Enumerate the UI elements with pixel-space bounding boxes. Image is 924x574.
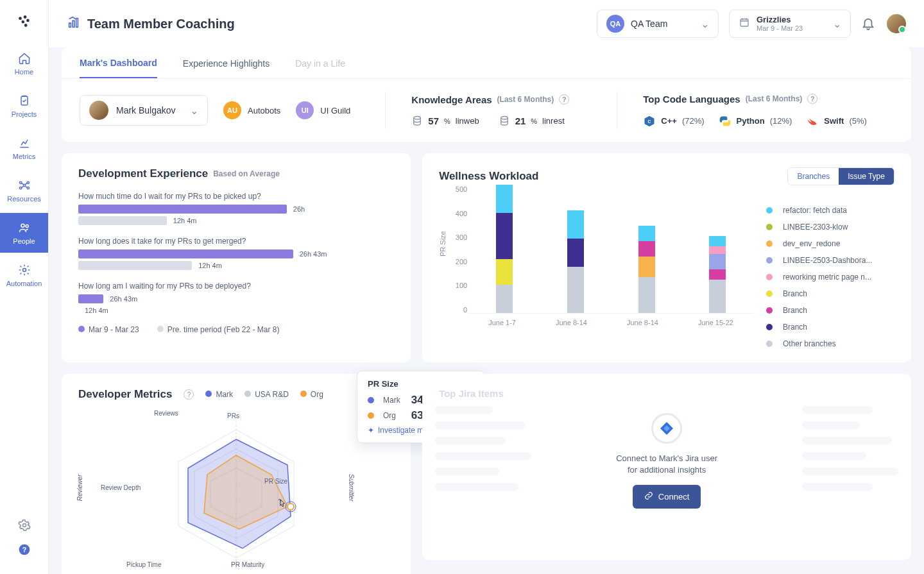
jira-icon: [651, 413, 682, 444]
app-logo: [15, 12, 34, 31]
tab-highlights[interactable]: Experience Highlights: [183, 58, 270, 78]
jira-card: Top Jira Items Connect to Mark's Jira us…: [422, 374, 911, 560]
cursor-icon: [277, 498, 287, 511]
nav-label: Home: [15, 68, 33, 76]
wellness-legend: refactor: fetch dataLINBEE-2303-klowdev_…: [766, 206, 894, 348]
nav-metrics[interactable]: Metrics: [0, 128, 48, 168]
page-title: Team Member Coaching: [87, 17, 235, 31]
gear-icon: [17, 263, 31, 277]
period-dates: Mar 9 - Mar 23: [757, 24, 803, 32]
radar-chart: Reviews PRs PR Size PR Maturity Pickup T…: [78, 407, 394, 574]
team-chip-autobots: AU: [223, 101, 241, 119]
help-icon[interactable]: ?: [184, 389, 194, 400]
svg-point-4: [24, 24, 27, 27]
period-label: Grizzlies: [757, 15, 803, 24]
devexp-subtitle: Based on Average: [213, 169, 280, 178]
svg-point-8: [27, 181, 29, 183]
jira-message: Connect to Mark's Jira user for addition…: [616, 453, 717, 476]
wellness-chart: PR Size 5004003002001000 June 1-7June 8-…: [439, 185, 753, 333]
connect-button[interactable]: Connect: [633, 485, 701, 509]
svg-point-1: [23, 15, 26, 19]
calendar-icon: [739, 17, 750, 31]
user-avatar[interactable]: [887, 14, 906, 33]
chevron-down-icon: ⌄: [833, 18, 841, 30]
team-badge: QA: [606, 15, 624, 33]
knowledge-item: 21% linrest: [499, 115, 565, 127]
person-name: Mark Bulgakov: [116, 105, 176, 115]
wellness-toggle[interactable]: Branches Issue Type: [787, 167, 894, 185]
svg-text:C: C: [648, 119, 651, 123]
svg-point-0: [19, 17, 22, 20]
jira-title: Top Jira Items: [439, 388, 504, 399]
settings-icon[interactable]: [18, 519, 31, 532]
help-icon[interactable]: ?: [807, 94, 817, 104]
topbar: Team Member Coaching QA QA Team ⌄ Grizzl…: [49, 0, 924, 47]
person-dropdown[interactable]: Mark Bulgakov ⌄: [80, 95, 208, 126]
svg-point-22: [501, 116, 508, 119]
chart-icon: [17, 136, 31, 150]
profile-card: Mark's Dashboard Experience Highlights D…: [62, 47, 911, 142]
sidebar: Home Projects Metrics Resources People A…: [0, 0, 49, 574]
wellness-title: Wellness Workload: [439, 170, 538, 183]
nav-automation[interactable]: Automation: [0, 255, 48, 295]
svg-point-9: [19, 187, 21, 189]
lightbulb-icon: ✦: [368, 426, 374, 435]
devexp-legend: Mar 9 - Mar 23 Pre. time period (Feb 22 …: [78, 325, 394, 334]
svg-point-11: [21, 224, 24, 227]
team-dropdown[interactable]: QA QA Team ⌄: [597, 10, 719, 38]
team-chip-label: Autobots: [248, 106, 280, 115]
svg-rect-17: [69, 23, 71, 27]
svg-point-10: [27, 187, 29, 189]
coaching-icon: [67, 15, 81, 32]
lang-cpp: C C++(72%): [643, 115, 704, 128]
nodes-icon: [17, 178, 31, 192]
team-chip-label: UI Guild: [320, 106, 350, 115]
nav-label: Resources: [7, 195, 41, 203]
y-axis-label: PR Size: [439, 231, 447, 257]
nav-people[interactable]: People: [0, 213, 48, 253]
tabs: Mark's Dashboard Experience Highlights D…: [62, 47, 911, 79]
svg-rect-20: [740, 19, 748, 26]
toggle-branches[interactable]: Branches: [788, 168, 839, 185]
knowledge-title: Knowledge Areas (Last 6 Months) ?: [411, 94, 591, 105]
chevron-down-icon: ⌄: [190, 105, 198, 117]
svg-point-31: [287, 503, 294, 510]
knowledge-item: 57% linweb: [411, 115, 479, 127]
help-icon[interactable]: ?: [559, 94, 569, 105]
svg-rect-19: [76, 19, 78, 28]
svg-point-2: [21, 21, 24, 24]
toggle-issue-type[interactable]: Issue Type: [839, 168, 894, 185]
lang-python: Python(12%): [719, 115, 792, 128]
team-chips: AU Autobots UI UI Guild: [223, 101, 359, 119]
team-label: QA Team: [631, 19, 667, 29]
svg-point-13: [22, 269, 26, 272]
nav-projects[interactable]: Projects: [0, 86, 48, 126]
person-avatar: [89, 101, 108, 120]
nav-label: People: [13, 237, 35, 245]
notifications-icon[interactable]: [861, 16, 877, 31]
nav-home[interactable]: Home: [0, 44, 48, 83]
house-icon: [17, 51, 31, 65]
link-icon: [644, 491, 653, 502]
people-icon: [17, 221, 31, 235]
svg-rect-18: [73, 21, 74, 27]
wellness-card: Wellness Workload Branches Issue Type PR…: [422, 153, 911, 362]
devexp-title: Development Experience: [78, 167, 208, 180]
primary-nav: Home Projects Metrics Resources People A…: [0, 44, 48, 519]
nav-resources[interactable]: Resources: [0, 171, 48, 210]
nav-label: Metrics: [13, 153, 35, 160]
help-icon[interactable]: ?: [18, 543, 31, 556]
team-chip-uiguild: UI: [296, 101, 314, 119]
languages-title: Top Code Languages (Last 6 Months) ?: [643, 94, 893, 105]
tab-dashboard[interactable]: Mark's Dashboard: [80, 58, 157, 78]
svg-point-12: [26, 224, 28, 227]
nav-label: Automation: [6, 280, 42, 287]
svg-point-21: [414, 116, 421, 119]
tab-day-in-life: Day in a Life: [295, 58, 345, 78]
dev-metrics-card: Developer Metrics ? Mark USA R&D Org: [62, 374, 411, 574]
dev-experience-card: Development Experience Based on Average …: [62, 153, 411, 362]
clipboard-icon: [17, 94, 31, 108]
svg-text:?: ?: [22, 546, 26, 553]
svg-point-3: [26, 19, 30, 22]
period-dropdown[interactable]: Grizzlies Mar 9 - Mar 23 ⌄: [729, 10, 851, 38]
